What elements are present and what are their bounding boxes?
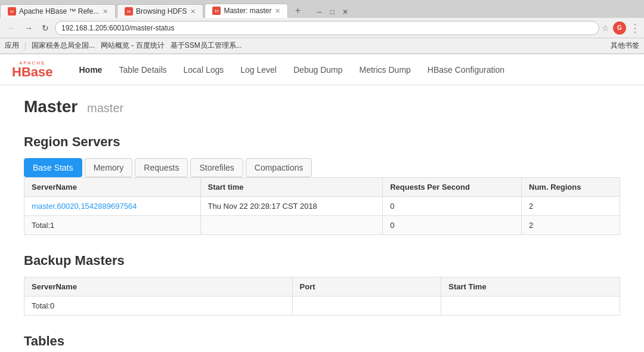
backup-masters-title: Backup Masters [24, 253, 620, 268]
backup-total-row: Total:0 [24, 297, 620, 316]
col-header-starttime: Start time [200, 178, 383, 197]
server-link[interactable]: master,60020,1542889697564 [32, 202, 137, 211]
new-tab-button[interactable]: + [289, 4, 306, 18]
tab-favicon-1: H [8, 7, 16, 16]
other-bookmarks[interactable]: 其他书签 [611, 41, 639, 51]
cell-total-numregions: 2 [522, 216, 620, 235]
menu-button[interactable]: ⋮ [630, 21, 639, 35]
backup-col-port: Port [292, 277, 441, 297]
tables-section-title: Tables [24, 334, 620, 349]
col-header-rps: Requests Per Second [383, 178, 522, 197]
profile-button[interactable]: G [613, 21, 626, 35]
browser-tab-2[interactable]: H Browsing HDFS ✕ [117, 4, 203, 18]
tab-storefiles[interactable]: Storefiles [190, 158, 243, 177]
browser-toolbar: ← → ↻ ☆ G ⋮ [0, 18, 644, 38]
nav-menu: Home Table Details Local Logs Log Level … [70, 60, 513, 79]
tab-label-3: Master: master [224, 7, 271, 15]
page-title-text: Master [24, 97, 78, 116]
browser-tab-1[interactable]: H Apache HBase ™ Refe... ✕ [0, 4, 116, 18]
browser-tab-3[interactable]: H Master: master ✕ [205, 4, 288, 18]
bookmark-item-2[interactable]: 网站概览 - 百度统计 [101, 41, 165, 51]
region-servers-title: Region Servers [24, 134, 620, 150]
cell-servername: master,60020,1542889697564 [24, 197, 201, 216]
backup-table-header-row: ServerName Port Start Time [24, 277, 620, 297]
backup-col-servername: ServerName [24, 277, 293, 297]
reload-button[interactable]: ↻ [38, 21, 52, 35]
nav-item-metrics-dump[interactable]: Metrics Dump [351, 60, 419, 79]
cell-numregions: 2 [522, 197, 620, 216]
tab-close-3[interactable]: ✕ [275, 7, 280, 15]
tab-label-1: Apache HBase ™ Refe... [19, 7, 99, 16]
bookmark-star[interactable]: ☆ [602, 23, 609, 33]
tab-close-2[interactable]: ✕ [190, 8, 196, 16]
region-servers-section: Region Servers Base Stats Memory Request… [24, 134, 620, 235]
nav-item-local-logs[interactable]: Local Logs [175, 60, 233, 79]
region-servers-tab-bar: Base Stats Memory Requests Storefiles Co… [24, 158, 620, 177]
tab-base-stats[interactable]: Base Stats [24, 158, 82, 177]
main-content: Master master Region Servers Base Stats … [0, 85, 644, 352]
nav-item-debug-dump[interactable]: Debug Dump [285, 60, 351, 79]
backup-masters-section: Backup Masters ServerName Port Start Tim… [24, 253, 620, 316]
minimize-button[interactable]: ─ [313, 6, 325, 18]
cell-starttime: Thu Nov 22 20:28:17 CST 2018 [200, 197, 383, 216]
tab-favicon-2: H [125, 7, 133, 16]
cell-total-label: Total:1 [24, 216, 201, 235]
bookmark-item-3[interactable]: 基于SSM员工管理系... [171, 41, 242, 51]
bookmark-item-1[interactable]: 国家税务总局全国... [32, 41, 95, 51]
tables-section: Tables User Tables Catalog Tables Snapsh… [24, 334, 620, 352]
browser-chrome: H Apache HBase ™ Refe... ✕ H Browsing HD… [0, 0, 644, 54]
backup-col-starttime: Start Time [441, 277, 620, 297]
app-content: APACHE HBase Home Table Details Local Lo… [0, 54, 644, 352]
bookmark-divider-1 [25, 42, 26, 50]
back-button[interactable]: ← [5, 21, 19, 35]
cell-total-rps: 0 [383, 216, 522, 235]
apps-bookmark[interactable]: 应用 [5, 41, 19, 51]
table-row: master,60020,1542889697564 Thu Nov 22 20… [24, 197, 620, 216]
table-header-row: ServerName Start time Requests Per Secon… [24, 178, 620, 197]
cell-total-empty [200, 216, 383, 235]
app-navbar: APACHE HBase Home Table Details Local Lo… [0, 54, 644, 85]
table-total-row: Total:1 0 2 [24, 216, 620, 235]
backup-total-port [292, 297, 441, 316]
close-button[interactable]: ✕ [339, 6, 351, 18]
tab-memory[interactable]: Memory [85, 158, 133, 177]
tab-favicon-3: H [212, 7, 221, 15]
restore-button[interactable]: □ [326, 6, 338, 18]
browser-tabs-bar: H Apache HBase ™ Refe... ✕ H Browsing HD… [0, 0, 644, 18]
page-subtitle-text: master [87, 101, 123, 115]
forward-button[interactable]: → [21, 21, 36, 35]
browser-right-controls: ☆ G ⋮ [602, 21, 639, 35]
col-header-servername: ServerName [24, 178, 201, 197]
region-servers-table: ServerName Start time Requests Per Secon… [24, 177, 620, 235]
nav-item-log-level[interactable]: Log Level [232, 60, 285, 79]
tab-requests[interactable]: Requests [135, 158, 188, 177]
page-title-block: Master master [24, 97, 620, 116]
backup-masters-table: ServerName Port Start Time Total:0 [24, 277, 620, 316]
tab-compactions[interactable]: Compactions [246, 158, 312, 177]
app-logo: APACHE HBase [12, 60, 52, 79]
url-bar[interactable] [55, 21, 599, 35]
bookmarks-bar: 应用 国家税务总局全国... 网站概览 - 百度统计 基于SSM员工管理系...… [0, 38, 644, 54]
logo-hbase-text: HBase [12, 66, 52, 79]
cell-rps: 0 [383, 197, 522, 216]
nav-item-home[interactable]: Home [70, 60, 110, 79]
nav-item-table-details[interactable]: Table Details [110, 60, 175, 79]
backup-total-starttime [441, 297, 620, 316]
col-header-numregions: Num. Regions [522, 178, 620, 197]
tab-label-2: Browsing HDFS [136, 7, 187, 16]
backup-total-label: Total:0 [24, 297, 293, 316]
window-controls: ─ □ ✕ [313, 6, 351, 18]
tab-close-1[interactable]: ✕ [103, 8, 108, 16]
nav-item-hbase-config[interactable]: HBase Configuration [419, 60, 513, 79]
